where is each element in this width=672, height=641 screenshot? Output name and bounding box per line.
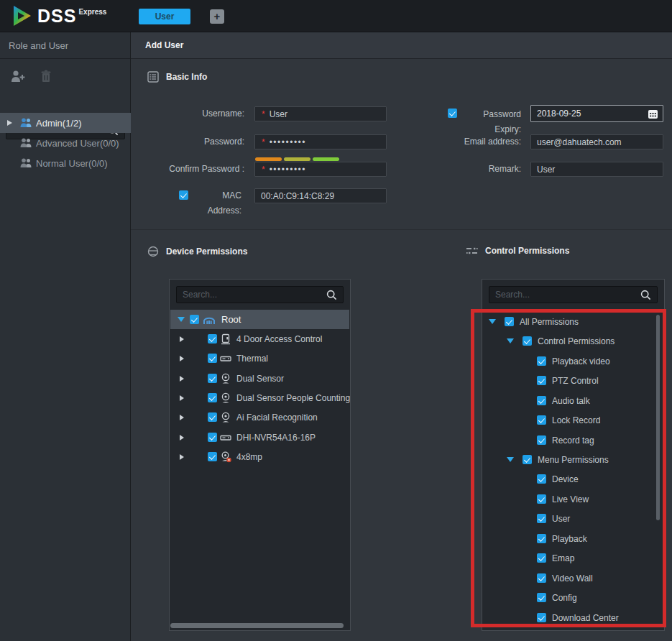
- sidebar-item-label: Normal User(0/0): [36, 158, 108, 169]
- expand-arrow-icon[interactable]: [180, 415, 184, 420]
- permission-checkbox[interactable]: [537, 415, 546, 425]
- tree-item-permission[interactable]: Config: [483, 588, 663, 607]
- password-expiry-input[interactable]: [531, 109, 648, 119]
- device-search-input[interactable]: [183, 290, 326, 300]
- device-checkbox[interactable]: [208, 452, 217, 461]
- tree-item-permission[interactable]: Live View: [483, 489, 663, 509]
- mac-address-checkbox[interactable]: [179, 190, 188, 200]
- expand-arrow-icon[interactable]: [180, 435, 184, 441]
- tree-item-device[interactable]: 4x8mp: [170, 447, 349, 466]
- device-checkbox[interactable]: [208, 412, 217, 422]
- horizontal-scrollbar[interactable]: [170, 623, 344, 628]
- permission-checkbox[interactable]: [537, 593, 546, 602]
- password-expiry-checkbox[interactable]: [448, 109, 457, 118]
- tree-item-permission[interactable]: User: [483, 509, 663, 528]
- tree-item-permission[interactable]: Emap: [483, 548, 663, 568]
- tree-item-permission[interactable]: Playback video: [483, 351, 663, 371]
- tree-item-permission[interactable]: Lock Record: [483, 410, 663, 430]
- password-expiry-field[interactable]: [530, 105, 663, 122]
- new-tab-button[interactable]: +: [210, 9, 224, 24]
- tree-item-device[interactable]: Thermal: [170, 349, 349, 368]
- search-icon[interactable]: [326, 290, 337, 300]
- tab-user[interactable]: User: [139, 9, 190, 24]
- tree-item-label: Menu Permissions: [538, 455, 609, 465]
- email-input[interactable]: [531, 137, 663, 147]
- permission-checkbox[interactable]: [505, 317, 514, 326]
- permission-checkbox[interactable]: [537, 435, 546, 445]
- tree-item-label: Dual Sensor People Counting: [236, 393, 350, 403]
- permission-checkbox[interactable]: [537, 553, 546, 563]
- tree-item-permission[interactable]: PTZ Control: [483, 371, 663, 390]
- tree-item-device[interactable]: Dual Sensor: [170, 369, 349, 388]
- tree-item-permission-partial[interactable]: [483, 627, 663, 631]
- collapse-arrow-icon[interactable]: [507, 338, 514, 343]
- tree-item-permission[interactable]: Audio talk: [483, 391, 663, 410]
- sidebar-item-advanced-user[interactable]: Advanced User(0/0): [0, 133, 131, 153]
- expand-arrow-icon[interactable]: [180, 376, 184, 382]
- user-group-icon: [20, 138, 32, 148]
- tree-item-permission[interactable]: Control Permissions: [483, 331, 663, 351]
- control-permissions-panel: All Permissions Control Permissions Play…: [482, 279, 665, 631]
- device-checkbox[interactable]: [208, 433, 217, 442]
- device-checkbox[interactable]: [208, 393, 217, 402]
- permission-checkbox[interactable]: [537, 613, 546, 622]
- collapse-arrow-icon[interactable]: [178, 317, 185, 322]
- mac-address-input[interactable]: [255, 191, 386, 201]
- tree-item-device[interactable]: Ai Facial Recognition: [170, 407, 349, 427]
- sidebar-item-normal-user[interactable]: Normal User(0/0): [0, 153, 131, 173]
- confirm-password-field: *: [254, 162, 387, 177]
- control-search-input[interactable]: [495, 290, 640, 300]
- tree-item-device[interactable]: DHI-NVR54A16-16P: [170, 428, 349, 447]
- tree-item-label: Record tag: [552, 435, 594, 446]
- top-bar: DSS Express User +: [0, 0, 672, 32]
- tree-item-permission[interactable]: Record tag: [483, 430, 663, 450]
- expand-arrow-icon[interactable]: [180, 336, 184, 342]
- strength-segment-medium: [284, 157, 310, 161]
- permission-checkbox[interactable]: [537, 396, 546, 405]
- vertical-scrollbar[interactable]: [656, 315, 660, 520]
- permission-checkbox[interactable]: [537, 376, 546, 385]
- delete-user-icon[interactable]: [40, 70, 52, 83]
- tree-item-permission[interactable]: Download Center: [483, 608, 663, 627]
- tree-item-permission[interactable]: All Permissions: [483, 312, 663, 331]
- expand-arrow-icon[interactable]: [180, 454, 184, 460]
- permission-checkbox[interactable]: [523, 336, 532, 346]
- collapse-arrow-icon[interactable]: [489, 319, 496, 324]
- permission-checkbox[interactable]: [537, 494, 546, 504]
- search-icon[interactable]: [640, 290, 651, 300]
- tree-item-device[interactable]: 4 Door Access Control: [170, 329, 349, 349]
- tree-item-permission[interactable]: Video Wall: [483, 568, 663, 588]
- calendar-icon[interactable]: [648, 109, 658, 119]
- tree-item-permission[interactable]: Device: [483, 469, 663, 489]
- tree-item-permission[interactable]: Menu Permissions: [483, 450, 663, 469]
- expand-arrow-icon[interactable]: [7, 120, 12, 126]
- add-user-icon[interactable]: [10, 69, 26, 83]
- root-checkbox[interactable]: [190, 315, 199, 324]
- remark-input[interactable]: [531, 165, 663, 175]
- basic-info-title: Basic Info: [166, 72, 207, 82]
- expand-arrow-icon[interactable]: [180, 356, 184, 361]
- dss-logo-icon: [11, 4, 33, 27]
- expand-arrow-icon[interactable]: [180, 395, 184, 401]
- sidebar-item-admin[interactable]: Admin(1/2): [0, 113, 131, 133]
- permission-checkbox[interactable]: [537, 356, 546, 366]
- password-input[interactable]: [264, 137, 386, 147]
- tree-item-root[interactable]: Root: [170, 310, 349, 329]
- tree-item-permission[interactable]: Playback: [483, 529, 663, 548]
- tree-item-device[interactable]: Dual Sensor People Counting: [170, 388, 349, 407]
- permission-checkbox[interactable]: [537, 534, 546, 543]
- confirm-password-input[interactable]: [264, 165, 386, 175]
- device-checkbox[interactable]: [208, 334, 217, 343]
- username-input[interactable]: [264, 109, 386, 119]
- permission-checkbox[interactable]: [523, 455, 532, 464]
- tree-item-label: DHI-NVR54A16-16P: [236, 433, 316, 443]
- collapse-arrow-icon[interactable]: [507, 457, 514, 462]
- permission-checkbox[interactable]: [537, 573, 546, 583]
- device-checkbox[interactable]: [208, 374, 217, 383]
- permission-checkbox[interactable]: [537, 474, 546, 484]
- permission-checkbox[interactable]: [537, 514, 546, 523]
- tree-item-label: Root: [221, 314, 241, 325]
- device-checkbox[interactable]: [208, 354, 217, 363]
- tree-item-label: Audio talk: [552, 396, 590, 406]
- device-permissions-icon: [147, 246, 159, 257]
